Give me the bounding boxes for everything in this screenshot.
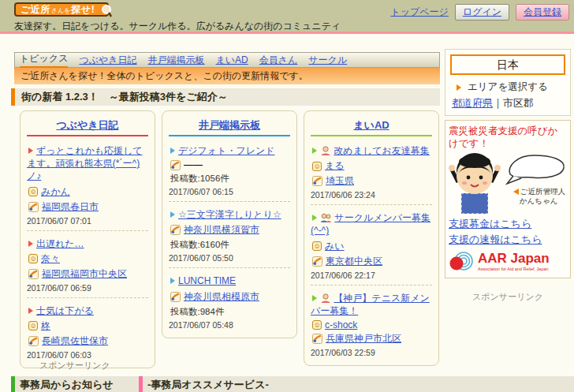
relief-news-link[interactable]: 支援の速報はこちら: [449, 233, 567, 247]
site-logo[interactable]: ご近所 さんを 探せ!: [14, 2, 109, 17]
location-link[interactable]: 東京都中央区: [326, 255, 382, 268]
column-myad-title-link[interactable]: まいAD: [353, 119, 389, 131]
register-button[interactable]: 会員登録: [516, 4, 569, 21]
entry-title-link[interactable]: ずっとこれかも応援してます。頑張れ熊本県(*´ー^)ノ♪: [27, 145, 143, 181]
post-date: 2017/06/03 22:59: [311, 348, 432, 357]
bullet-icon: [170, 278, 175, 284]
location-icon: [28, 336, 39, 346]
location-link[interactable]: 福岡県福岡市中央区: [42, 267, 127, 281]
donation-link[interactable]: 支援募金はこちら: [449, 217, 567, 231]
location-link[interactable]: 兵庫県神戸市北区: [326, 332, 401, 345]
office-notice-header: 事務局からお知らせ: [11, 376, 139, 392]
post-date: 2017/06/07 05:50: [169, 253, 290, 263]
post-date: 2017/06/07 06:03: [27, 350, 148, 360]
bullet-icon: [28, 147, 33, 154]
location-link[interactable]: 福岡県春日市: [42, 200, 99, 214]
entry-title-link[interactable]: 士気は下がる: [36, 305, 94, 316]
entry-title-link[interactable]: ☆三文字漢字しりとり☆: [178, 209, 281, 220]
footer-sections: 事務局からお知らせ -事務局オススメサービス-: [11, 376, 574, 392]
post-date: 2017/06/06 22:17: [311, 271, 432, 280]
list-item: ずっとこれかも応援してます。頑張れ熊本県(*´ー^)ノ♪ ☺みかん 福岡県春日市…: [27, 138, 148, 231]
user-link[interactable]: c-shock: [325, 319, 357, 330]
user-link[interactable]: まる: [325, 159, 345, 173]
user-link[interactable]: みかん: [41, 185, 70, 199]
tab-topics[interactable]: トピックス: [20, 52, 68, 68]
site-tagline: 友達探す。日記をつける。サークル作る。広がるみんなの街のコミュニティ: [14, 20, 341, 33]
bullet-icon: [312, 295, 317, 301]
user-link[interactable]: 柊: [41, 319, 50, 333]
prefecture-link[interactable]: 都道府県: [452, 97, 493, 109]
column-board-header: 井戸端掲示板: [169, 118, 290, 136]
person-icon: [320, 293, 331, 303]
relief-links: 支援募金はこちら 支援の速報はこちら: [449, 217, 567, 247]
user-icon: ☺: [28, 187, 38, 196]
column-board-title-link[interactable]: 井戸端掲示板: [199, 119, 260, 131]
group-icon: [320, 213, 332, 222]
bullet-icon: [312, 215, 317, 221]
column-diary-title-link[interactable]: つぶやき日記: [56, 119, 118, 131]
sidebar: 日本 エリアを選択する 都道府県｜市区郡 震災被災者支援の呼びかけです！: [445, 49, 571, 303]
login-button[interactable]: ログイン: [455, 4, 509, 21]
bullet-icon: [170, 147, 175, 154]
post-count: 投稿数:1056件: [170, 173, 290, 185]
aar-title: AAR Japan: [478, 252, 550, 265]
list-item: LUNCH TIME 神奈川県相模原市 投稿数:984件 2017/06/07 …: [169, 268, 290, 334]
header: ご近所 さんを 探せ! トップページ ログイン 会員登録 友達探す。日記をつける…: [0, 0, 574, 34]
user-link[interactable]: みい: [325, 240, 345, 253]
main-nav: トピックス つぶやき日記 井戸端掲示板 まいAD 会員さん サークル: [14, 52, 440, 68]
logo-text: 探せ!: [71, 3, 95, 17]
location-icon: [28, 202, 39, 212]
post-date: 2017/06/06 23:24: [311, 190, 432, 200]
entry-title-link[interactable]: LUNCH TIME: [178, 275, 236, 286]
column-diary-header: つぶやき日記: [27, 118, 148, 136]
arrow-left-icon: [510, 189, 519, 195]
location-icon: [312, 256, 322, 267]
entry-title-link[interactable]: 出遅れた…: [36, 238, 84, 249]
aar-japan-logo[interactable]: AAR Japan Association for Aid and Relief…: [449, 250, 567, 274]
column-myad: まいAD 改めましてお友達募集 ☺まる 埼玉県 2017/06/06 23:24…: [304, 110, 439, 366]
location-link[interactable]: 神奈川県横須賀市: [184, 223, 259, 237]
relief-headline: 震災被災者支援の呼びかけです！: [449, 125, 567, 151]
entry-title-link[interactable]: デジフォト・フレンド: [178, 145, 275, 156]
user-icon: ☺: [312, 320, 322, 330]
column-diary: つぶやき日記 ずっとこれかも応援してます。頑張れ熊本県(*´ー^)ノ♪ ☺みかん…: [20, 110, 155, 368]
entry-title-link[interactable]: 改めましてお友達募集: [334, 145, 429, 156]
tab-myad[interactable]: まいAD: [216, 54, 248, 67]
column-board: 井戸端掲示板 デジフォト・フレンド ―― 投稿数:1056件 2017/06/0…: [162, 110, 297, 338]
new-posts-columns: つぶやき日記 ずっとこれかも応援してます。頑張れ熊本県(*´ー^)ノ♪ ☺みかん…: [20, 110, 439, 368]
list-item: ☆三文字漢字しりとり☆ 神奈川県横須賀市 投稿数:6160件 2017/06/0…: [169, 202, 290, 268]
tab-diary[interactable]: つぶやき日記: [79, 54, 136, 67]
aar-subtitle: Association for Aid and Relief, Japan: [478, 267, 550, 271]
country-button[interactable]: 日本: [450, 54, 565, 75]
list-item: 改めましてお友達募集 ☺まる 埼玉県 2017/06/06 23:24: [311, 138, 432, 205]
post-date: 2017/06/07 05:48: [169, 320, 290, 330]
separator: ｜: [493, 97, 503, 109]
tab-circles[interactable]: サークル: [308, 54, 347, 67]
list-item: サークルメンバー募集(^-^) ☺みい 東京都中央区 2017/06/06 22…: [311, 205, 432, 285]
mascot-character-image: [449, 152, 501, 215]
post-date: 2017/06/07 06:59: [27, 283, 148, 293]
manager-name: かんちゃん: [520, 196, 565, 207]
user-icon: ☺: [312, 162, 322, 171]
area-select-box: 日本 エリアを選択する 都道府県｜市区郡: [445, 49, 571, 116]
magnifier-icon: [100, 4, 113, 18]
location-link[interactable]: 神奈川県相模原市: [184, 290, 259, 304]
list-item: 出遅れた… ☺奈々 福岡県福岡市中央区 2017/06/07 06:59: [27, 231, 148, 298]
bullet-icon: [28, 308, 33, 314]
post-date: 2017/06/07 06:15: [169, 187, 290, 196]
user-link[interactable]: 奈々: [41, 252, 60, 266]
tab-board[interactable]: 井戸端掲示板: [148, 54, 205, 67]
location-icon: [28, 269, 39, 279]
location-icon: [312, 334, 322, 344]
location-link[interactable]: 長崎県佐世保市: [42, 334, 108, 348]
column-myad-header: まいAD: [311, 118, 432, 136]
area-select-label: エリアを選択する: [468, 80, 548, 94]
description-banner: ご近所さんを探せ！全体のトピックスと、この街の更新情報です。: [14, 68, 440, 84]
top-page-link[interactable]: トップページ: [390, 6, 448, 19]
list-item: 士気は下がる ☺柊 長崎県佐世保市 2017/06/07 06:03: [27, 298, 148, 364]
person-icon: [320, 146, 331, 155]
tab-members[interactable]: 会員さん: [259, 54, 298, 67]
city-label: 市区郡: [503, 97, 534, 109]
page: ご近所 さんを 探せ! トップページ ログイン 会員登録 友達探す。日記をつける…: [0, 0, 574, 392]
location-link[interactable]: 埼玉県: [326, 174, 354, 188]
